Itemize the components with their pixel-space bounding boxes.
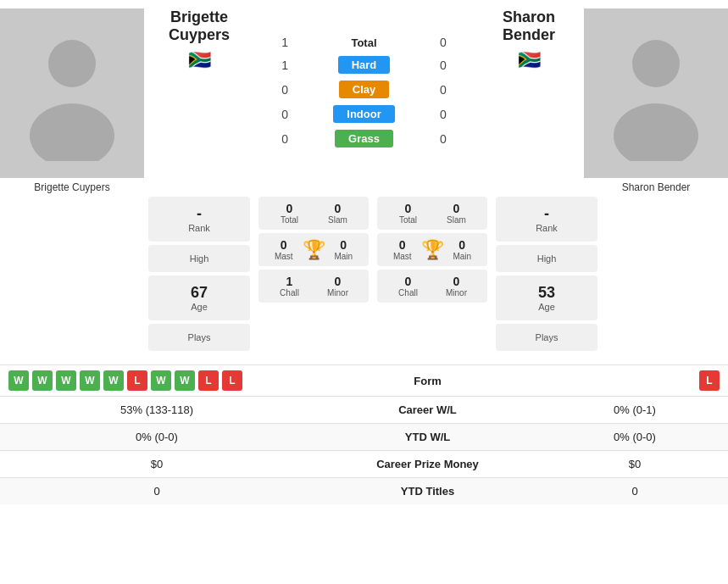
left-main-val: 0 — [325, 238, 363, 252]
right-trophy-icon: 🏆 — [421, 239, 444, 261]
clay-right-val: 0 — [440, 83, 465, 97]
total-right-val: 0 — [440, 36, 465, 49]
form-left: WWWWWLWWLL — [8, 370, 305, 391]
form-badge-left: W — [151, 370, 171, 391]
total-left-val: 1 — [263, 36, 288, 49]
indoor-label: Indoor — [288, 105, 440, 123]
right-minor-label: Minor — [432, 288, 481, 298]
left-total-val: 0 — [265, 202, 314, 215]
career-wl-right: 0% (0-1) — [550, 403, 720, 416]
right-plays-label: Plays — [503, 332, 591, 342]
total-row: 1 Total 0 — [263, 34, 465, 51]
right-age-val: 53 — [503, 284, 591, 302]
ytd-titles-label: YTD Titles — [305, 485, 550, 498]
left-chall-label: Chall — [265, 288, 314, 298]
right-chall-minor-box: 0 Chall 0 Minor — [377, 270, 487, 303]
left-plays-label: Plays — [155, 332, 243, 342]
left-total-label: Total — [265, 215, 314, 225]
hard-label: Hard — [288, 56, 440, 74]
left-total-slam-box: 0 Total 0 Slam — [258, 197, 369, 230]
left-photo-col: Brigette Cuypers — [0, 8, 144, 193]
right-winstats-col: 0 Total 0 Slam 0 Mast — [373, 193, 492, 354]
svg-point-3 — [614, 103, 698, 161]
left-age-val: 67 — [155, 284, 243, 302]
left-slam-label: Slam — [314, 215, 362, 225]
hard-left-val: 1 — [263, 58, 288, 72]
svg-point-2 — [632, 40, 680, 87]
left-high-box: High — [148, 245, 250, 272]
grass-label: Grass — [288, 130, 440, 147]
left-age-box: 67 Age — [148, 275, 250, 320]
right-main-val: 0 — [444, 238, 481, 252]
right-mast-main-box: 0 Mast 🏆 0 Main — [377, 233, 487, 266]
right-rank-val: - — [503, 205, 591, 223]
right-info-col: Sharon Bender 🇿🇦 — [474, 8, 584, 78]
left-photo-space — [0, 193, 144, 354]
left-plays-box: Plays — [148, 324, 250, 351]
right-rank-label: Rank — [503, 223, 591, 233]
right-mast-label: Mast — [384, 252, 421, 261]
right-slam-val: 0 — [432, 202, 481, 215]
form-badge-left: W — [8, 370, 29, 391]
left-mast-label: Mast — [265, 252, 303, 261]
total-label: Total — [288, 36, 440, 49]
svg-point-0 — [48, 40, 96, 87]
right-total-val: 0 — [384, 202, 432, 215]
right-high-box: High — [496, 245, 597, 272]
left-chall-val: 1 — [265, 275, 314, 288]
right-age-box: 53 Age — [496, 275, 597, 320]
right-total-slam-box: 0 Total 0 Slam — [377, 197, 487, 230]
grass-row: 0 Grass 0 — [263, 128, 465, 149]
prize-left: $0 — [8, 458, 305, 470]
top-header: Brigette Cuypers Brigette Cuypers 🇿🇦 1 T… — [0, 0, 728, 193]
right-total-label: Total — [384, 215, 432, 225]
ytd-titles-row: 0 YTD Titles 0 — [0, 477, 728, 504]
trophy-icon: 🏆 — [303, 239, 325, 261]
left-minor-val: 0 — [314, 275, 362, 288]
clay-label: Clay — [288, 81, 440, 98]
right-chall-val: 0 — [384, 275, 432, 288]
main-wrapper: Brigette Cuypers Brigette Cuypers 🇿🇦 1 T… — [0, 0, 728, 504]
prize-row: $0 Career Prize Money $0 — [0, 450, 728, 477]
left-chall-minor-box: 1 Chall 0 Minor — [258, 270, 369, 303]
right-player-name: Sharon Bender — [478, 8, 580, 44]
form-badge-left: W — [103, 370, 124, 391]
form-badge-right: L — [699, 370, 720, 391]
indoor-row: 0 Indoor 0 — [263, 103, 465, 125]
form-badge-left: W — [56, 370, 76, 391]
left-player-name-label: Brigette Cuypers — [34, 181, 109, 193]
left-rank-label: Rank — [155, 223, 243, 233]
ytd-titles-left: 0 — [8, 485, 305, 498]
clay-left-val: 0 — [263, 83, 288, 97]
right-photo-space — [602, 193, 728, 354]
ytd-wl-right: 0% (0-0) — [550, 431, 720, 443]
grass-left-val: 0 — [263, 132, 288, 146]
right-chall-label: Chall — [384, 288, 432, 298]
left-slam-val: 0 — [314, 202, 362, 215]
career-wl-row: 53% (133-118) Career W/L 0% (0-1) — [0, 396, 728, 423]
mid-section: - Rank High 67 Age Plays — [0, 193, 728, 361]
right-mast-val: 0 — [384, 238, 421, 252]
right-stats-col: - Rank High 53 Age Plays — [492, 193, 602, 354]
right-age-label: Age — [503, 302, 591, 312]
hard-badge: Hard — [338, 56, 391, 74]
ytd-wl-row: 0% (0-0) YTD W/L 0% (0-0) — [0, 423, 728, 450]
ytd-wl-left: 0% (0-0) — [8, 431, 305, 443]
indoor-right-val: 0 — [440, 108, 465, 121]
career-wl-left: 53% (133-118) — [8, 403, 305, 416]
grass-right-val: 0 — [440, 132, 465, 146]
hard-right-val: 0 — [440, 58, 465, 72]
clay-row: 0 Clay 0 — [263, 79, 465, 100]
ytd-wl-label: YTD W/L — [305, 431, 550, 443]
svg-point-1 — [30, 103, 114, 161]
prize-label: Career Prize Money — [305, 458, 550, 470]
left-flag-icon: 🇿🇦 — [188, 49, 211, 71]
left-player-label: Brigette Cuypers — [0, 181, 144, 193]
indoor-badge: Indoor — [333, 105, 394, 123]
right-slam-label: Slam — [432, 215, 481, 225]
left-winstats-col: 0 Total 0 Slam 0 Mast — [254, 193, 373, 354]
form-center-label: Form — [305, 375, 550, 387]
left-player-name: Brigette Cuypers — [169, 8, 230, 44]
grass-badge: Grass — [335, 130, 393, 147]
center-match-col: 1 Total 0 1 Hard 0 0 Clay 0 0 — [254, 8, 474, 149]
